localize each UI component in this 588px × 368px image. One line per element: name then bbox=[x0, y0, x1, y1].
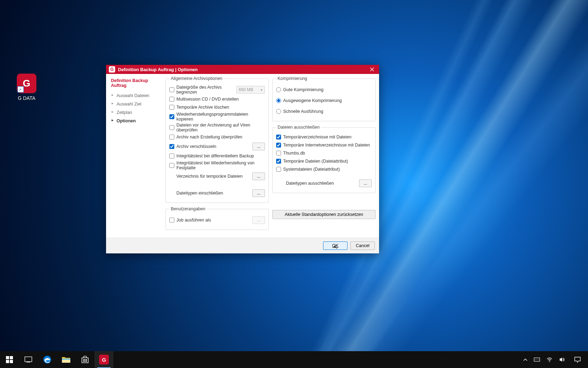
archive-size-select[interactable]: 650 MB bbox=[236, 86, 265, 94]
compression-fast-radio[interactable] bbox=[276, 109, 281, 114]
opt-verify-after: Archiv nach Erstellung überprüfen bbox=[169, 134, 265, 141]
delete-temp-checkbox[interactable] bbox=[169, 105, 174, 110]
sidebar-item-label: Zeitplan bbox=[117, 110, 132, 115]
opt-compression-good: Gute Komprimierung bbox=[276, 85, 372, 95]
compression-group: Komprimierung Gute Komprimierung Ausgewo… bbox=[272, 76, 376, 121]
dialog-titlebar[interactable]: G Definition Backup Auftrag | Optionen bbox=[106, 65, 379, 74]
chevron-up-icon bbox=[523, 358, 527, 361]
group-legend: Komprimierung bbox=[276, 76, 309, 81]
sidebar-item-options[interactable]: Optionen bbox=[111, 117, 163, 125]
taskbar-gdata[interactable]: G bbox=[94, 351, 113, 368]
gdata-taskbar-icon: G bbox=[99, 355, 109, 364]
exclude-tempfiles-checkbox[interactable] bbox=[276, 159, 281, 164]
tray-overflow-button[interactable] bbox=[520, 351, 531, 368]
tray-input-indicator[interactable] bbox=[531, 351, 543, 368]
start-button[interactable] bbox=[0, 351, 19, 368]
shortcut-arrow-icon: ↗ bbox=[18, 88, 21, 92]
opt-include-types: Dateitypen einschließen ... bbox=[169, 188, 265, 198]
opt-restore-integrity: Integritätstest bei Wiederherstellung vo… bbox=[169, 161, 265, 170]
tray-volume[interactable] bbox=[556, 351, 568, 368]
svg-rect-9 bbox=[83, 359, 85, 360]
left-column: Allgemeine Archivoptionen Dateigröße des… bbox=[166, 76, 269, 233]
compression-good-radio[interactable] bbox=[276, 87, 281, 92]
radio-label: Ausgewogene Komprimierung bbox=[283, 98, 372, 103]
checkbox-label: Thumbs.db bbox=[283, 151, 372, 156]
opt-exclude-inetdirs: Temporäre Internetverzeichnisse mit Date… bbox=[276, 142, 372, 149]
dialog-footer: OK Cancel ↖ bbox=[106, 238, 379, 253]
option-label: Dateitypen ausschließen bbox=[286, 181, 359, 186]
opt-temp-dir: Verzeichnis für temporäre Dateien ... bbox=[169, 171, 265, 181]
multisession-checkbox[interactable] bbox=[169, 97, 174, 102]
wizard-sidebar: Definition Backup Auftrag Auswahl Dateie… bbox=[106, 74, 166, 238]
exclude-types-button[interactable]: ... bbox=[359, 179, 372, 187]
taskbar-store[interactable] bbox=[76, 351, 94, 368]
opt-copy-restore: Wiederherstellungsprogrammdateien kopier… bbox=[169, 112, 265, 122]
gdata-app-icon: G bbox=[109, 66, 115, 73]
exclude-files-group: Dateien ausschließen Temporärverzeichnis… bbox=[272, 125, 376, 193]
user-info-group: Benutzerangaben Job ausführen als ... bbox=[166, 206, 269, 230]
svg-point-15 bbox=[537, 359, 537, 360]
sidebar-item-select-files[interactable]: Auswahl Dateien bbox=[111, 91, 163, 100]
exclude-inetdirs-checkbox[interactable] bbox=[276, 143, 281, 148]
svg-rect-5 bbox=[27, 362, 30, 362]
checkbox-label: Multisession CD / DVD erstellen bbox=[176, 97, 265, 102]
checkbox-label: Temporäre Internetverzeichnisse mit Date… bbox=[283, 143, 372, 148]
limit-size-checkbox[interactable] bbox=[169, 87, 174, 92]
virus-check-checkbox[interactable] bbox=[169, 125, 174, 130]
run-as-settings-button[interactable]: ... bbox=[252, 216, 265, 224]
svg-rect-1 bbox=[10, 356, 13, 359]
store-icon bbox=[81, 355, 89, 364]
taskbar-file-explorer[interactable] bbox=[57, 351, 76, 368]
svg-rect-2 bbox=[6, 360, 9, 363]
edge-icon bbox=[43, 355, 52, 364]
windows-logo-icon bbox=[6, 356, 13, 363]
checkbox-label: Job ausführen als bbox=[176, 218, 252, 223]
exclude-tempdirs-checkbox[interactable] bbox=[276, 135, 281, 139]
ok-button[interactable]: OK bbox=[323, 241, 348, 250]
tray-network[interactable] bbox=[543, 351, 556, 368]
cancel-button[interactable]: Cancel bbox=[350, 241, 375, 250]
temp-dir-browse-button[interactable]: ... bbox=[252, 172, 265, 180]
svg-rect-8 bbox=[62, 359, 70, 360]
sidebar-item-schedule[interactable]: Zeitplan bbox=[111, 108, 163, 117]
checkbox-label: Archiv nach Erstellung überprüfen bbox=[176, 135, 265, 139]
desktop-background: G ↗ G DATA G Definition Backup Auftrag |… bbox=[0, 0, 588, 368]
close-button[interactable] bbox=[365, 65, 379, 74]
sidebar-header: Definition Backup Auftrag bbox=[111, 78, 163, 88]
action-center-button[interactable] bbox=[568, 351, 587, 368]
dialog-body: Definition Backup Auftrag Auswahl Dateie… bbox=[106, 74, 379, 238]
task-view-button[interactable] bbox=[19, 351, 38, 368]
exclude-sysfiles-checkbox[interactable] bbox=[276, 167, 281, 172]
verify-after-checkbox[interactable] bbox=[169, 135, 174, 139]
run-as-checkbox[interactable] bbox=[169, 218, 174, 223]
checkbox-label: Archiv verschlüsseln bbox=[176, 144, 252, 149]
taskbar: G bbox=[0, 351, 588, 368]
taskbar-edge[interactable] bbox=[38, 351, 57, 368]
desktop-icon-gdata[interactable]: G ↗ G DATA bbox=[10, 74, 43, 101]
encrypt-checkbox[interactable] bbox=[169, 144, 174, 149]
right-column: Komprimierung Gute Komprimierung Ausgewo… bbox=[272, 76, 376, 233]
exclude-thumbs-checkbox[interactable] bbox=[276, 151, 281, 156]
reset-defaults-button[interactable]: Aktuelle Standardoptionen zurücksetzen bbox=[272, 210, 376, 219]
copy-restore-checkbox[interactable] bbox=[169, 114, 174, 119]
task-view-icon bbox=[24, 356, 32, 363]
sidebar-item-label: Optionen bbox=[117, 118, 136, 123]
checkbox-label: Dateigröße des Archivs begrenzen bbox=[176, 85, 236, 95]
restore-integrity-checkbox[interactable] bbox=[169, 163, 174, 168]
opt-multisession: Multisession CD / DVD erstellen bbox=[169, 96, 265, 103]
diff-integrity-checkbox[interactable] bbox=[169, 154, 174, 158]
opt-diff-integrity: Integritätstest bei differentiellem Back… bbox=[169, 152, 265, 159]
opt-exclude-tempdirs: Temporärverzeichnisse mit Dateien bbox=[276, 134, 372, 141]
sidebar-item-label: Auswahl Ziel bbox=[117, 102, 141, 107]
svg-rect-12 bbox=[85, 361, 87, 362]
svg-rect-10 bbox=[85, 359, 87, 360]
svg-point-17 bbox=[549, 361, 550, 362]
close-icon bbox=[370, 67, 374, 71]
opt-virus-check: Dateien vor der Archivierung auf Viren ü… bbox=[169, 123, 265, 132]
sidebar-item-select-target[interactable]: Auswahl Ziel bbox=[111, 100, 163, 108]
compression-balanced-radio[interactable] bbox=[276, 98, 281, 103]
encrypt-settings-button[interactable]: ... bbox=[252, 143, 265, 150]
include-types-button[interactable]: ... bbox=[252, 189, 265, 197]
wifi-icon bbox=[546, 356, 553, 363]
opt-exclude-types: Dateitypen ausschließen ... bbox=[276, 178, 372, 188]
